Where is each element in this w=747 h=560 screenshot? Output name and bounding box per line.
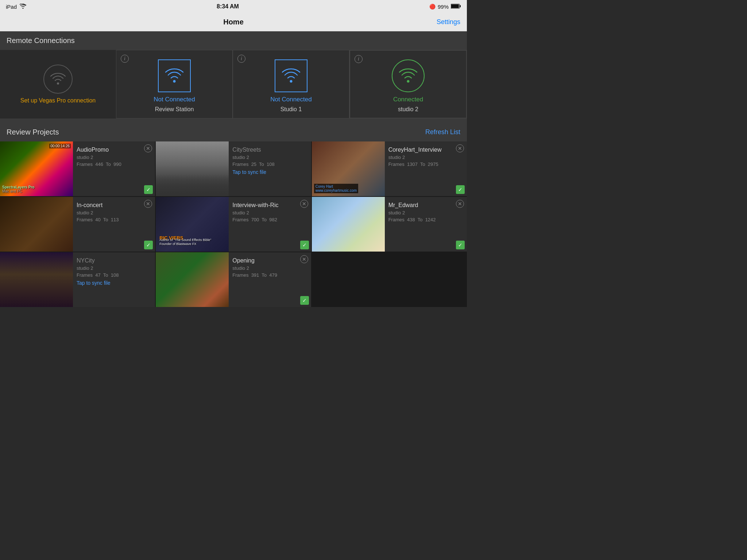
wifi-box-review xyxy=(158,59,191,92)
project-frames-audiopromo: Frames 446 To 990 xyxy=(77,162,151,167)
connection-setup-slot[interactable]: Set up Vegas Pro connection xyxy=(0,50,116,118)
project-frames-citystreets: Frames 25 To 108 xyxy=(232,162,307,167)
close-opening-button[interactable]: ✕ xyxy=(300,255,308,263)
check-badge-inconcert: ✓ xyxy=(144,241,153,249)
project-title-inconcert: In-concert xyxy=(77,202,151,209)
project-info-opening: ✕ Opening studio 2 Frames 391 To 479 ✓ xyxy=(229,252,311,307)
time-display: 8:34 AM xyxy=(217,3,239,10)
project-frames-opening: Frames 391 To 479 xyxy=(232,272,307,278)
project-card-inconcert[interactable]: ✕ In-concert studio 2 Frames 40 To 113 ✓ xyxy=(0,197,155,252)
review-station-name: Review Station xyxy=(155,106,194,113)
project-card-ricviers[interactable]: RIC VIERS Author of "The Sound Effects B… xyxy=(156,197,311,252)
svg-point-5 xyxy=(290,80,293,83)
project-title-ricviers: Interview-with-Ric xyxy=(232,202,307,209)
projects-grid: 00:00:14:26 SpectraLayers ProMac and PC … xyxy=(0,141,467,307)
project-studio-ricviers: studio 2 xyxy=(232,210,307,215)
project-info-citystreets: CityStreets studio 2 Frames 25 To 108 Ta… xyxy=(229,141,311,196)
project-card-mredward[interactable]: ✕ Mr_Edward studio 2 Frames 438 To 1242 … xyxy=(312,197,467,252)
review-station-status: Not Connected xyxy=(154,96,195,103)
check-badge-ricviers: ✓ xyxy=(300,241,309,249)
project-frames-inconcert: Frames 40 To 113 xyxy=(77,217,151,222)
project-title-opening: Opening xyxy=(232,257,307,264)
project-card-opening[interactable]: ✕ Opening studio 2 Frames 391 To 479 ✓ xyxy=(156,252,311,307)
svg-rect-1 xyxy=(451,4,459,8)
thumb-label-audiopromo: SpectraLayers ProMac and PC xyxy=(2,185,34,193)
connection-review-station[interactable]: i Not Connected Review Station xyxy=(116,50,233,118)
studio2-status: Connected xyxy=(393,96,423,103)
project-studio-coreyhart: studio 2 xyxy=(388,155,463,160)
project-studio-mredward: studio 2 xyxy=(388,210,463,215)
project-thumb-citystreets xyxy=(156,141,229,196)
project-studio-inconcert: studio 2 xyxy=(77,210,151,215)
page-title: Home xyxy=(223,18,244,26)
project-thumb-ricviers: RIC VIERS Author of "The Sound Effects B… xyxy=(156,197,229,252)
sync-nycity-button[interactable]: Tap to sync file xyxy=(77,280,151,286)
info-icon-review[interactable]: i xyxy=(121,55,129,63)
project-frames-nycity: Frames 47 To 108 xyxy=(77,272,151,278)
project-info-audiopromo: ✕ AudioPromo studio 2 Frames 446 To 990 … xyxy=(73,141,155,196)
project-frames-ricviers: Frames 700 To 982 xyxy=(232,217,307,222)
project-thumb-nycity xyxy=(0,252,73,307)
review-projects-header: Review Projects Refresh List xyxy=(0,123,467,141)
settings-button[interactable]: Settings xyxy=(437,18,460,26)
project-card-audiopromo[interactable]: 00:00:14:26 SpectraLayers ProMac and PC … xyxy=(0,141,155,196)
project-title-mredward: Mr_Edward xyxy=(388,202,463,209)
svg-point-4 xyxy=(173,80,176,83)
battery-percent: 99% xyxy=(438,4,449,10)
remote-connections-section: Remote Connections Set up Vegas Pro conn… xyxy=(0,31,467,123)
project-thumb-coreyhart: Corey Hartwww.coreyhartmusic.com xyxy=(312,141,385,196)
check-badge-audiopromo: ✓ xyxy=(144,185,153,194)
remote-connections-title: Remote Connections xyxy=(7,36,75,45)
remote-connections-header: Remote Connections xyxy=(0,31,467,50)
sync-citystreets-button[interactable]: Tap to sync file xyxy=(232,169,307,175)
wifi-box-studio1 xyxy=(275,59,307,92)
studio2-name: studio 2 xyxy=(398,106,418,113)
project-thumb-audiopromo: 00:00:14:26 SpectraLayers ProMac and PC xyxy=(0,141,73,196)
project-studio-nycity: studio 2 xyxy=(77,265,151,271)
project-card-citystreets[interactable]: CityStreets studio 2 Frames 25 To 108 Ta… xyxy=(156,141,311,196)
project-frames-coreyhart: Frames 1307 To 2975 xyxy=(388,162,463,167)
refresh-list-button[interactable]: Refresh List xyxy=(425,128,460,136)
status-bar: iPad 8:34 AM 🔴 99% xyxy=(0,0,467,13)
project-frames-mredward: Frames 438 To 1242 xyxy=(388,217,463,222)
bluetooth-icon: 🔴 xyxy=(429,4,436,9)
ric-subtext: Author of "The Sound Effects Bible"Found… xyxy=(159,238,211,246)
project-info-nycity: NYCity studio 2 Frames 47 To 108 Tap to … xyxy=(73,252,155,307)
wifi-inactive-icon xyxy=(43,65,73,94)
project-info-mredward: ✕ Mr_Edward studio 2 Frames 438 To 1242 … xyxy=(385,197,467,252)
project-info-coreyhart: ✕ CoreyHart_Interview studio 2 Frames 13… xyxy=(385,141,467,196)
info-icon-studio1[interactable]: i xyxy=(237,55,245,63)
project-card-coreyhart[interactable]: Corey Hartwww.coreyhartmusic.com ✕ Corey… xyxy=(312,141,467,196)
check-badge-mredward: ✓ xyxy=(456,241,465,249)
project-studio-opening: studio 2 xyxy=(232,265,307,271)
svg-rect-2 xyxy=(460,5,461,7)
battery-icon xyxy=(451,4,461,10)
project-studio-audiopromo: studio 2 xyxy=(77,155,151,160)
project-thumb-inconcert xyxy=(0,197,73,252)
project-title-audiopromo: AudioPromo xyxy=(77,147,151,153)
connection-studio1[interactable]: i Not Connected Studio 1 xyxy=(233,50,349,118)
studio1-name: Studio 1 xyxy=(280,106,302,113)
project-info-ricviers: ✕ Interview-with-Ric studio 2 Frames 700… xyxy=(229,197,311,252)
project-thumb-mredward xyxy=(312,197,385,252)
connection-studio2[interactable]: i Connected studio 2 xyxy=(349,50,467,118)
check-badge-opening: ✓ xyxy=(300,296,309,305)
close-ricviers-button[interactable]: ✕ xyxy=(300,200,308,208)
project-card-nycity[interactable]: NYCity studio 2 Frames 47 To 108 Tap to … xyxy=(0,252,155,307)
status-right: 🔴 99% xyxy=(429,4,461,10)
setup-vegas-link[interactable]: Set up Vegas Pro connection xyxy=(18,94,98,108)
info-icon-studio2[interactable]: i xyxy=(355,55,363,63)
connections-row: Set up Vegas Pro connection i Not Connec… xyxy=(0,50,467,118)
project-title-nycity: NYCity xyxy=(77,257,151,264)
review-projects-section: Review Projects Refresh List 00:00:14:26… xyxy=(0,123,467,307)
review-projects-title: Review Projects xyxy=(7,128,59,136)
timecode-audiopromo: 00:00:14:26 xyxy=(49,144,71,148)
wifi-icon xyxy=(20,4,26,10)
project-studio-citystreets: studio 2 xyxy=(232,155,307,160)
svg-point-3 xyxy=(57,82,59,85)
wifi-box-studio2 xyxy=(392,59,425,92)
close-coreyhart-button[interactable]: ✕ xyxy=(456,144,464,152)
project-thumb-opening xyxy=(156,252,229,307)
svg-point-6 xyxy=(407,80,410,83)
close-mredward-button[interactable]: ✕ xyxy=(456,200,464,208)
